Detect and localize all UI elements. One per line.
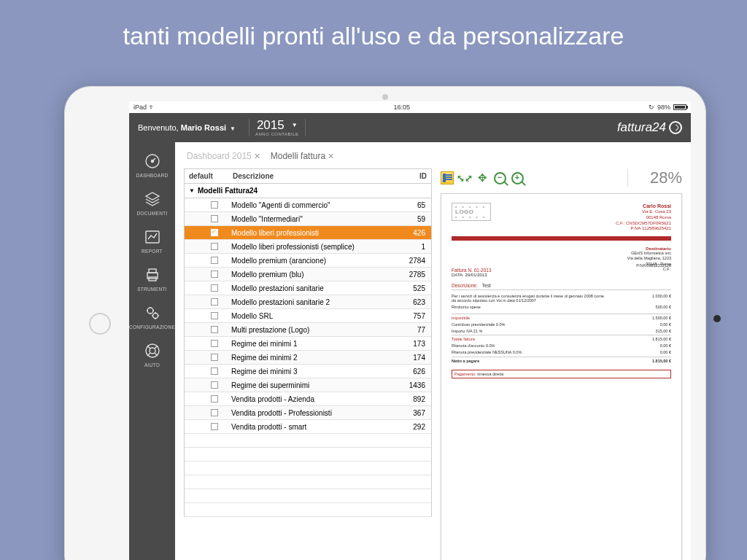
fit-button[interactable]: ⤡⤢ (458, 171, 471, 184)
table-header: default Descrizione ID (184, 168, 432, 184)
chart-icon (143, 228, 162, 246)
gears-icon (143, 303, 162, 322)
sender-block: Carlo Rossi Via E. Cosa 23 00148 Roma C.… (616, 203, 671, 232)
checkbox[interactable] (211, 215, 218, 222)
logo-placeholder: ■ ■ ■ ■ ■ LOGO ■ ■ ■ ■ ■ (452, 203, 491, 221)
brand-logo: fattura24 (617, 120, 682, 135)
table-row[interactable]: Modello liberi professionisti (semplice)… (185, 240, 431, 254)
tab-dashboard[interactable]: Dashboard 2015 ✕ (187, 151, 260, 161)
tab-modelli[interactable]: Modelli fattura ✕ (271, 151, 334, 161)
table-row[interactable]: Multi prestazione (Logo)77 (185, 323, 431, 337)
svg-point-1 (151, 160, 153, 163)
close-icon[interactable]: ✕ (328, 152, 334, 161)
ipad-frame: iPad ᯤ 16:05 ↻ 98% Benvenuto, Mario Ross… (64, 86, 706, 560)
invoice-preview[interactable]: ■ ■ ■ ■ ■ LOGO ■ ■ ■ ■ ■ Carlo Rossi Via… (441, 193, 682, 560)
zoom-level: 28% (650, 168, 682, 187)
table-row[interactable]: Vendita prodotti - Professionisti367 (185, 406, 431, 420)
breadcrumb-tabs: Dashboard 2015 ✕ Modelli fattura ✕ (175, 142, 691, 168)
zoom-out-button[interactable]: − (493, 171, 506, 184)
layers-icon (143, 190, 162, 209)
checkbox[interactable] (211, 312, 218, 319)
app-screen: iPad ᯤ 16:05 ↻ 98% Benvenuto, Mario Ross… (129, 101, 691, 560)
checkbox[interactable] (211, 340, 218, 347)
promo-banner: tanti modelli pronti all'uso e da person… (0, 0, 747, 65)
checkbox[interactable] (211, 395, 218, 402)
checkbox[interactable] (211, 243, 218, 250)
table-row[interactable]: Modello SRL757 (185, 309, 431, 323)
table-row[interactable]: Modello prestazioni sanitarie 2623 (185, 295, 431, 309)
table-row[interactable]: Modello prestazioni sanitarie525 (185, 281, 431, 295)
close-icon[interactable]: ✕ (254, 152, 260, 161)
svg-point-9 (150, 348, 155, 354)
checkbox[interactable] (211, 271, 218, 278)
checkbox[interactable] (211, 381, 218, 389)
save-icon (441, 171, 454, 184)
save-button[interactable] (441, 171, 454, 184)
chevron-down-icon[interactable]: ▼ (230, 125, 236, 132)
year-selector[interactable]: 2015▼ ANNO CONTABILE (255, 119, 299, 136)
table-row[interactable]: Modello premium (arancione)2784 (185, 254, 431, 268)
table-row[interactable]: Regime dei minimi 1173 (185, 337, 431, 351)
sidebar-item-strumenti[interactable]: STRUMENTI (129, 262, 175, 295)
table-row[interactable]: Modello "Agenti di commercio"65 (185, 198, 431, 212)
sidebar: DASHBOARD DOCUMENTI REPORT STRUMENTI CON… (129, 142, 175, 560)
table-row[interactable]: Vendita prodotti - smart292 (185, 420, 431, 434)
table-row[interactable]: Vendita prodotti - Azienda892 (185, 392, 431, 406)
checkbox[interactable] (211, 201, 218, 209)
checkbox[interactable] (211, 326, 218, 333)
app-header: Benvenuto, Mario Rossi▼ 2015▼ ANNO CONTA… (129, 113, 691, 142)
svg-point-7 (152, 314, 158, 319)
template-list-pane: default Descrizione ID ▼ Modelli Fattura… (184, 168, 432, 560)
zoom-out-icon: − (494, 172, 506, 184)
table-row[interactable]: Modello premium (blu)2785 (185, 268, 431, 281)
sidebar-item-aiuto[interactable]: AIUTO (129, 338, 175, 371)
sidebar-item-config[interactable]: CONFIGURAZIONE (129, 300, 175, 333)
gauge-icon (143, 152, 162, 171)
zoom-in-button[interactable]: + (511, 171, 524, 184)
move-button[interactable]: ✥ (476, 171, 489, 184)
sidebar-item-dashboard[interactable]: DASHBOARD (129, 148, 175, 182)
table-row[interactable]: Modello liberi professionisti426 (185, 226, 431, 240)
checkbox[interactable] (211, 229, 218, 236)
lifebuoy-icon (143, 341, 162, 360)
checkbox[interactable] (211, 423, 218, 430)
zoom-in-icon: + (511, 172, 524, 184)
payment-box: Pagamento: rimessa diretta (452, 370, 671, 378)
checkbox[interactable] (211, 368, 218, 375)
main-content: Dashboard 2015 ✕ Modelli fattura ✕ defau… (175, 142, 691, 560)
ios-status-bar: iPad ᯤ 16:05 ↻ 98% (129, 101, 691, 113)
checkbox[interactable] (211, 354, 218, 361)
table-row[interactable]: Modello "Intermediari"59 (185, 212, 431, 226)
table-row[interactable]: Regime dei minimi 3626 (185, 365, 431, 378)
preview-pane: ⤡⤢ ✥ − + 28% ■ ■ ■ ■ ■ (441, 168, 682, 560)
ipad-side-button (713, 315, 721, 322)
svg-point-6 (147, 308, 153, 314)
table-group-row[interactable]: ▼ Modelli Fattura24 (184, 184, 432, 198)
sidebar-item-documenti[interactable]: DOCUMENTI (129, 186, 175, 219)
checkbox[interactable] (211, 257, 218, 264)
chevron-down-icon: ▼ (189, 187, 195, 194)
home-button[interactable] (89, 313, 111, 335)
preview-toolbar: ⤡⤢ ✥ − + 28% (441, 168, 682, 193)
svg-rect-4 (149, 269, 156, 273)
checkbox[interactable] (211, 298, 218, 306)
sidebar-item-report[interactable]: REPORT (129, 224, 175, 257)
checkbox[interactable] (211, 409, 218, 416)
table-row[interactable]: Regime dei superminimi1436 (185, 378, 431, 392)
printer-icon (143, 265, 162, 284)
checkbox[interactable] (211, 284, 218, 292)
welcome-text: Benvenuto, Mario Rossi▼ (138, 123, 243, 132)
table-row[interactable]: Regime dei minimi 2174 (185, 351, 431, 365)
